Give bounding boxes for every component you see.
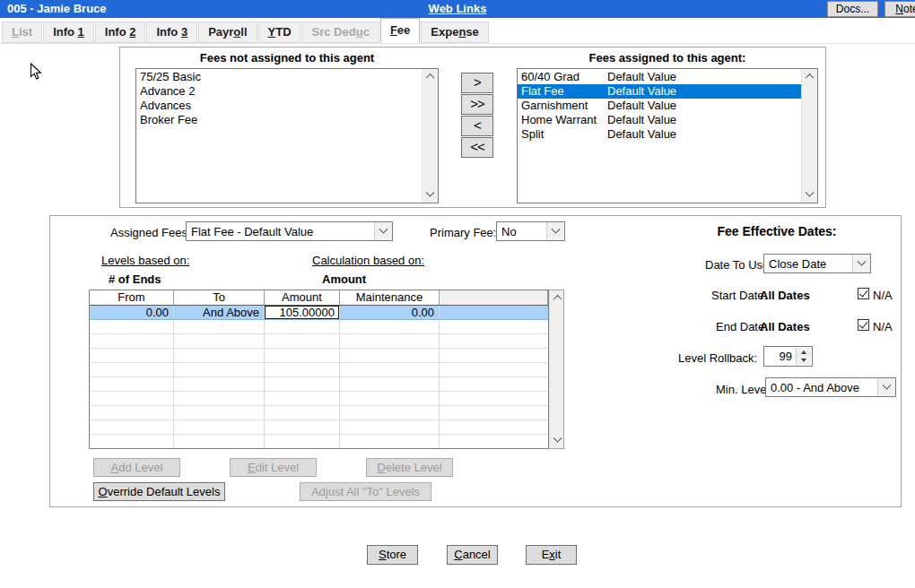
table-row — [90, 349, 548, 363]
move-one-left-button[interactable]: < — [461, 116, 493, 136]
tab-list[interactable]: List — [2, 22, 42, 43]
table-cell — [340, 392, 440, 405]
table-cell — [265, 334, 340, 348]
end-date-value: All Dates — [760, 320, 810, 333]
list-item[interactable]: Home WarrantDefault Value — [518, 113, 802, 127]
primary-fee-select[interactable]: No — [496, 221, 565, 241]
scrollbar[interactable] — [801, 69, 817, 203]
table-cell — [440, 406, 548, 419]
fee-effective-dates-heading: Fee Effective Dates: — [665, 224, 889, 238]
table-cell: 0.00 — [340, 306, 440, 319]
scroll-down-button[interactable] — [802, 187, 817, 203]
list-item[interactable]: 75/25 Basic — [136, 70, 423, 84]
scroll-up-button[interactable] — [423, 69, 438, 84]
store-button[interactable]: Store — [367, 545, 418, 565]
tab-src-deduc[interactable]: Src Deduc — [302, 22, 379, 43]
list-item[interactable]: SplitDefault Value — [518, 127, 802, 142]
scrollbar[interactable] — [549, 290, 564, 449]
table-row — [90, 320, 548, 334]
table-cell — [440, 363, 548, 376]
table-cell — [90, 377, 174, 391]
assigned-fees-select[interactable]: Flat Fee - Default Value — [186, 221, 393, 241]
cancel-button[interactable]: Cancel — [447, 545, 498, 565]
edit-level-button[interactable]: Edit Level — [230, 458, 317, 477]
levels-based-on-value: # of Ends — [109, 272, 161, 286]
adjust-all-to-levels-button[interactable]: Adjust All "To" Levels — [300, 482, 431, 501]
date-to-use-label: Date To Use: — [705, 258, 772, 272]
chevron-up-icon — [426, 74, 435, 82]
move-all-left-button[interactable]: << — [461, 137, 493, 158]
table-cell — [174, 392, 265, 405]
calculation-based-on-value: Amount — [322, 272, 366, 286]
column-header: To — [174, 290, 265, 305]
table-cell — [440, 349, 548, 362]
table-cell: And Above — [174, 306, 265, 319]
primary-fee-value: No — [501, 225, 517, 238]
tab-info-1[interactable]: Info 1 — [43, 22, 94, 43]
scroll-down-button[interactable] — [423, 187, 438, 203]
list-items: 60/40 GradDefault ValueFlat FeeDefault V… — [518, 70, 802, 203]
exit-button[interactable]: Exit — [526, 545, 577, 565]
list-item[interactable]: Flat FeeDefault Value — [518, 84, 802, 99]
active-cell[interactable]: 105.00000 — [265, 306, 339, 319]
assigned-fees-value: Flat Fee - Default Value — [191, 225, 313, 238]
primary-fee-label: Primary Fee: — [430, 226, 496, 239]
scroll-down-button[interactable] — [550, 433, 565, 448]
level-rollback-stepper[interactable]: 99 — [763, 346, 813, 367]
tab-fee[interactable]: Fee — [380, 18, 420, 43]
start-na-label: N/A — [873, 289, 893, 302]
add-level-button[interactable]: Add Level — [93, 458, 180, 477]
date-to-use-value: Close Date — [769, 257, 826, 271]
docs-button[interactable]: Docs... — [827, 1, 878, 17]
table-cell — [265, 392, 340, 405]
tab-ytd[interactable]: YTD — [258, 22, 301, 43]
list-item[interactable]: Broker Fee — [136, 113, 423, 127]
min-level-select[interactable]: 0.00 - And Above — [765, 377, 896, 397]
tab-expense[interactable]: Expense — [421, 22, 489, 43]
end-na-checkbox[interactable] — [858, 319, 869, 331]
table-cell — [440, 306, 548, 319]
table-cell — [340, 406, 440, 419]
list-item[interactable]: Advance 2 — [136, 84, 423, 99]
override-default-levels-button[interactable]: Override Default Levels — [93, 482, 225, 501]
fees-assigned-list[interactable]: 60/40 GradDefault ValueFlat FeeDefault V… — [517, 68, 818, 203]
list-item[interactable]: Advances — [136, 99, 423, 113]
table-cell — [174, 420, 265, 434]
table-cell — [174, 435, 265, 448]
web-links-link[interactable]: Web Links — [0, 2, 915, 15]
tab-payroll[interactable]: Payroll — [198, 22, 257, 43]
level-rollback-value: 99 — [780, 350, 792, 363]
table-row — [90, 392, 548, 406]
fees-groupbox: Fees not assigned to this agent Fees ass… — [119, 47, 826, 208]
date-to-use-select[interactable]: Close Date — [763, 254, 871, 273]
delete-level-button[interactable]: Delete Level — [366, 458, 453, 477]
table-cell — [340, 420, 440, 434]
table-cell — [174, 377, 265, 391]
table-cell — [174, 320, 265, 333]
list-item[interactable]: GarnishmentDefault Value — [518, 99, 802, 113]
chevron-down-icon — [426, 188, 435, 197]
tab-info-2[interactable]: Info 2 — [95, 22, 146, 43]
fees-not-assigned-list[interactable]: 75/25 BasicAdvance 2AdvancesBroker Fee — [135, 68, 439, 203]
scrollbar[interactable] — [422, 69, 438, 203]
move-all-right-button[interactable]: >> — [461, 94, 493, 115]
triangle-up-icon — [801, 350, 806, 354]
chevron-down-icon — [374, 222, 392, 240]
levels-based-on-label: Levels based on: — [101, 254, 189, 267]
scroll-up-button[interactable] — [802, 69, 817, 84]
table-cell — [340, 435, 440, 448]
move-one-right-button[interactable]: > — [461, 73, 493, 93]
table-row[interactable]: 0.00And Above105.000000.00 — [90, 306, 548, 320]
table-cell — [265, 349, 340, 362]
table-cell — [440, 420, 548, 434]
start-na-checkbox[interactable] — [858, 288, 869, 299]
titlebar: 005 - Jamie Bruce Web Links Docs... Note — [0, 0, 915, 18]
tab-info-3[interactable]: Info 3 — [146, 22, 197, 43]
scroll-up-button[interactable] — [550, 290, 565, 306]
note-button[interactable]: Note — [884, 1, 915, 17]
levels-table-container: FromToAmountMaintenance0.00And Above105.… — [89, 290, 564, 449]
stepper-up-button[interactable] — [797, 348, 811, 357]
stepper-down-button[interactable] — [797, 357, 811, 366]
list-item[interactable]: 60/40 GradDefault Value — [518, 70, 802, 84]
chevron-up-icon — [553, 295, 562, 304]
